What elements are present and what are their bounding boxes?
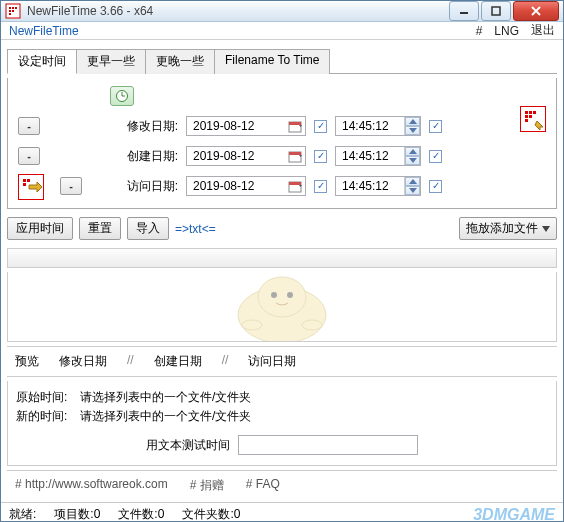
status-files: 文件数:0 [118,506,164,522]
orig-time-value: 请选择列表中的一个文件/文件夹 [80,389,251,406]
now-button[interactable] [110,86,134,106]
new-time-label: 新的时间: [16,408,72,425]
svg-rect-25 [23,183,26,186]
titlebar[interactable]: NewFileTime 3.66 - x64 [1,1,563,22]
txt-link[interactable]: =>txt<= [175,222,216,236]
reset-button[interactable]: 重置 [79,217,121,240]
spinner[interactable] [404,177,420,195]
svg-rect-2 [12,7,14,9]
svg-rect-3 [15,7,17,9]
bottom-links: # http://www.softwareok.com # 捐赠 # FAQ [7,470,557,496]
website-link[interactable]: # http://www.softwareok.com [15,477,168,494]
label-access: 访问日期: [90,178,178,195]
svg-point-41 [258,277,306,317]
date-access[interactable]: 2019-08-12 [186,176,306,196]
svg-rect-32 [289,152,301,155]
svg-rect-4 [9,10,11,12]
date-modify-checkbox[interactable]: ✓ [314,120,327,133]
tab-later[interactable]: 更晚一些 [145,49,215,74]
time-access[interactable]: 14:45:12 [335,176,421,196]
date-create-checkbox[interactable]: ✓ [314,150,327,163]
svg-rect-8 [492,7,500,15]
svg-rect-5 [12,10,14,12]
minus-create[interactable]: - [18,147,40,165]
time-modify[interactable]: 14:45:12 [335,116,421,136]
list-header[interactable] [7,248,557,268]
minimize-button[interactable] [449,1,479,21]
time-create-checkbox[interactable]: ✓ [429,150,442,163]
clipboard-icon[interactable] [520,106,546,132]
status-folders: 文件夹数:0 [182,506,240,522]
label-modify: 修改日期: [48,118,178,135]
info-block: 原始时间: 请选择列表中的一个文件/文件夹 新的时间: 请选择列表中的一个文件/… [7,381,557,466]
time-modify-checkbox[interactable]: ✓ [429,120,442,133]
orig-time-label: 原始时间: [16,389,72,406]
row-modify: - 修改日期: 2019-08-12 ✓ 14:45:12 ✓ [18,116,546,136]
label-create: 创建日期: [48,148,178,165]
hash-menu[interactable]: # [476,24,483,38]
calendar-icon[interactable] [287,118,303,134]
app-name-label[interactable]: NewFileTime [9,24,476,38]
svg-rect-18 [525,115,528,118]
test-time-label: 用文本测试时间 [146,437,230,454]
spinner[interactable] [404,147,420,165]
svg-marker-38 [409,188,417,193]
preview-label: 预览 [15,353,39,370]
svg-rect-6 [9,13,11,15]
close-button[interactable] [513,1,559,21]
app-icon [5,3,21,19]
svg-point-44 [242,320,262,330]
svg-rect-19 [529,115,532,118]
import-button[interactable]: 导入 [127,217,169,240]
svg-marker-37 [409,179,417,184]
exit-menu[interactable]: 退出 [531,22,555,39]
test-time-input[interactable] [238,435,418,455]
svg-rect-15 [525,111,528,114]
spinner[interactable] [404,117,420,135]
tab-earlier[interactable]: 更早一些 [76,49,146,74]
faq-link[interactable]: # FAQ [246,477,280,494]
svg-rect-24 [27,179,30,182]
minus-access[interactable]: - [60,177,82,195]
svg-point-42 [271,292,277,298]
transfer-icon[interactable] [18,174,44,200]
svg-rect-28 [289,122,301,125]
menubar: NewFileTime # LNG 退出 [1,22,563,40]
tab-panel: - 修改日期: 2019-08-12 ✓ 14:45:12 ✓ [7,78,557,209]
tab-set-time[interactable]: 设定时间 [7,49,77,74]
apply-time-button[interactable]: 应用时间 [7,217,73,240]
svg-marker-29 [409,119,417,124]
status-items: 项目数:0 [54,506,100,522]
file-list[interactable] [7,272,557,342]
date-create[interactable]: 2019-08-12 [186,146,306,166]
new-time-value: 请选择列表中的一个文件/文件夹 [80,408,251,425]
time-create[interactable]: 14:45:12 [335,146,421,166]
statusbar: 就绪: 项目数:0 文件数:0 文件夹数:0 3DMGAME [1,502,563,522]
svg-point-43 [287,292,293,298]
donate-link[interactable]: # 捐赠 [190,477,224,494]
preview-modify: 修改日期 [59,353,107,370]
row-access: - 访问日期: 2019-08-12 ✓ 14:45:12 ✓ [60,176,546,196]
row-create: - 创建日期: 2019-08-12 ✓ 14:45:12 ✓ [18,146,546,166]
status-ready: 就绪: [9,506,36,522]
action-toolbar: 应用时间 重置 导入 =>txt<= 拖放添加文件 [7,213,557,244]
calendar-icon[interactable] [287,178,303,194]
preview-access: 访问日期 [248,353,296,370]
lng-menu[interactable]: LNG [494,24,519,38]
date-access-checkbox[interactable]: ✓ [314,180,327,193]
date-modify[interactable]: 2019-08-12 [186,116,306,136]
chevron-down-icon [542,226,550,232]
calendar-icon[interactable] [287,148,303,164]
minus-modify[interactable]: - [18,117,40,135]
svg-rect-20 [525,119,528,122]
svg-rect-17 [533,111,536,114]
tab-filename-to-time[interactable]: Filename To Time [214,49,330,74]
drag-add-files-button[interactable]: 拖放添加文件 [459,217,557,240]
time-access-checkbox[interactable]: ✓ [429,180,442,193]
window-title: NewFileTime 3.66 - x64 [27,4,447,18]
svg-marker-30 [409,128,417,133]
app-window: NewFileTime 3.66 - x64 NewFileTime # LNG… [0,0,564,522]
preview-create: 创建日期 [154,353,202,370]
preview-row: 预览 修改日期 // 创建日期 // 访问日期 [7,346,557,377]
maximize-button[interactable] [481,1,511,21]
